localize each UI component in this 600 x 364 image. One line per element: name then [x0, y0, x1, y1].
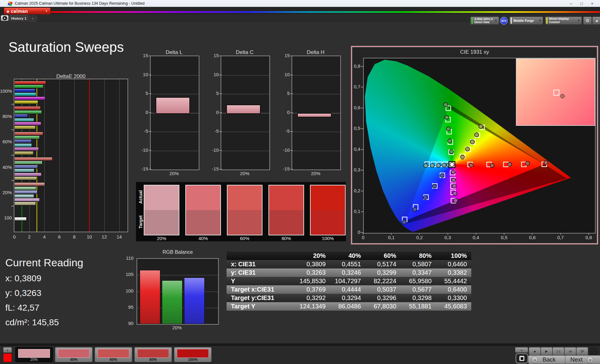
patch-button-100%[interactable]: 100%	[174, 347, 212, 362]
transport-loop-button[interactable]: ∞	[564, 347, 576, 355]
swatch-100%	[310, 185, 346, 235]
table-row: Target Y124,134986,048667,803055,188145,…	[227, 302, 471, 311]
rgb-balance-y-axis-labels: 1101051009590	[123, 258, 135, 323]
tab-history-1[interactable]: History 1	[9, 15, 28, 22]
meter-dropdown-mobile-forge[interactable]: Mobile Forge ▼	[509, 17, 543, 25]
patch-button-40%[interactable]: 40%	[55, 347, 92, 362]
chevron-down-icon: ▼	[42, 10, 50, 12]
y-tick-label: -5	[208, 128, 219, 134]
table-row-label: Target Y	[227, 303, 295, 310]
y-tick-label: 10	[138, 72, 148, 77]
maximize-button[interactable]: □	[576, 0, 587, 7]
deltae-bar-80%-0	[14, 106, 41, 110]
delta_h-bar	[297, 113, 332, 118]
delta_l-chart	[150, 56, 199, 170]
deltae-group-label: 60%	[0, 139, 12, 144]
transport-bracket-button[interactable]: [–]	[552, 347, 564, 355]
actual-row-label: Actual	[138, 186, 143, 208]
y-tick-label: 0,8	[352, 63, 360, 69]
y-axis-tick	[219, 56, 222, 56]
meter-xrite-line2: Direct View	[474, 21, 493, 24]
deltae-bar-40%-2	[14, 165, 38, 169]
close-button[interactable]: ×	[587, 0, 598, 7]
x-tick-label: 8	[70, 234, 79, 239]
add-tab-button[interactable]: +	[29, 16, 37, 22]
meter-direct-display-label: Direct Display Control	[548, 17, 576, 24]
y-tick-label: 90	[123, 321, 133, 326]
y-axis-tick	[149, 112, 151, 113]
table-column-header: 100%	[436, 252, 471, 259]
table-row: y: CIE310,32630,32460,32990,33470,3382	[227, 268, 471, 277]
y-axis-tick	[361, 66, 363, 67]
y-axis-tick	[361, 87, 363, 87]
gridline	[292, 94, 340, 94]
transport-up-button[interactable]: ▲	[515, 347, 528, 353]
gridline	[151, 132, 199, 132]
gridline	[151, 75, 199, 76]
gridline	[59, 79, 60, 232]
swatch-actual-half	[269, 185, 303, 210]
deltae-bar-20%-5	[14, 202, 36, 205]
y-tick-label: 100	[123, 288, 133, 293]
chevron-left-icon: ◀	[595, 19, 598, 22]
swatch-40%	[185, 185, 221, 235]
deltae-bar-60%-1	[14, 135, 40, 139]
y-tick-label: 0,7	[352, 84, 360, 89]
patch-list-up-button[interactable]: ▲	[3, 347, 12, 353]
deltae-group-label: 20%	[0, 190, 12, 195]
meter-dropdown-xrite[interactable]: X-Rite i1Pro 3 Direct View ▼	[470, 17, 499, 25]
minimize-button[interactable]: –	[566, 0, 576, 7]
calman-menu-button[interactable]: ◈ calman ▼	[4, 7, 51, 15]
patch-button-80%[interactable]: 80%	[134, 347, 172, 362]
y-tick-label: 0	[208, 110, 219, 115]
table-cell: 0,3300	[436, 294, 471, 302]
up-arrow-icon: ▲	[6, 349, 9, 352]
patch-button-label: 100%	[174, 357, 211, 362]
next-button[interactable]: Next »	[565, 355, 600, 364]
transport-stop-button[interactable]: ■	[529, 347, 541, 355]
page-title: Saturation Sweeps	[8, 39, 124, 55]
swatch-20%	[144, 185, 179, 235]
meter-dropdown-direct-display[interactable]: Direct Display Control ▼	[545, 17, 582, 25]
table-cell: 104,7297	[330, 278, 365, 285]
patch-button-20%[interactable]: 20%	[15, 347, 53, 362]
gridline	[221, 132, 269, 132]
patch-color-chip	[137, 349, 169, 358]
deltae-bar-20%-0	[14, 182, 45, 186]
deltae-group-label: 80%	[0, 114, 12, 119]
y-axis-tick	[290, 112, 293, 113]
transport-refresh-button[interactable]: ⟳	[576, 347, 588, 355]
table-cell: 82,2224	[365, 278, 401, 285]
swatch-target-half	[186, 210, 220, 235]
table-column-header: 20%	[295, 252, 330, 259]
deltae-bar-100%-5	[14, 100, 38, 104]
y-axis-tick	[11, 130, 14, 130]
stop-icon	[519, 356, 524, 361]
x-tick-label: 4	[40, 234, 49, 239]
swatch-label: 60%	[227, 236, 262, 241]
swatch-target-half	[311, 210, 345, 235]
patch-button-60%[interactable]: 60%	[95, 347, 132, 362]
table-header-row: 20%40%60%80%100%	[227, 252, 471, 260]
collapse-panel-button[interactable]: ◀	[592, 17, 600, 25]
y-axis-tick	[149, 56, 151, 56]
target-row-label: Target	[138, 211, 143, 233]
sidebar-expander-button[interactable]: ▶	[1, 15, 8, 21]
gridline	[104, 79, 105, 232]
swatch-target-half	[269, 210, 303, 235]
inset-target-square	[553, 90, 559, 96]
delta_c-x-label: 20%	[221, 171, 269, 176]
back-button[interactable]: « Back	[528, 355, 571, 364]
y-axis-tick	[290, 75, 293, 75]
patch-color-chip	[98, 349, 129, 358]
gridline	[221, 151, 269, 151]
table-cell: 45,6083	[436, 303, 471, 310]
transport-play-button[interactable]: ▶	[541, 347, 552, 355]
settings-button[interactable]: ⚙	[583, 17, 592, 25]
y-tick-label: 0,6	[352, 105, 360, 110]
y-axis-tick	[290, 56, 293, 56]
stop-measure-button[interactable]	[516, 353, 528, 363]
table-cell: 0,3263	[295, 269, 330, 276]
spectrum-strip	[51, 11, 600, 13]
deltae-bar-40%-5	[14, 176, 37, 180]
